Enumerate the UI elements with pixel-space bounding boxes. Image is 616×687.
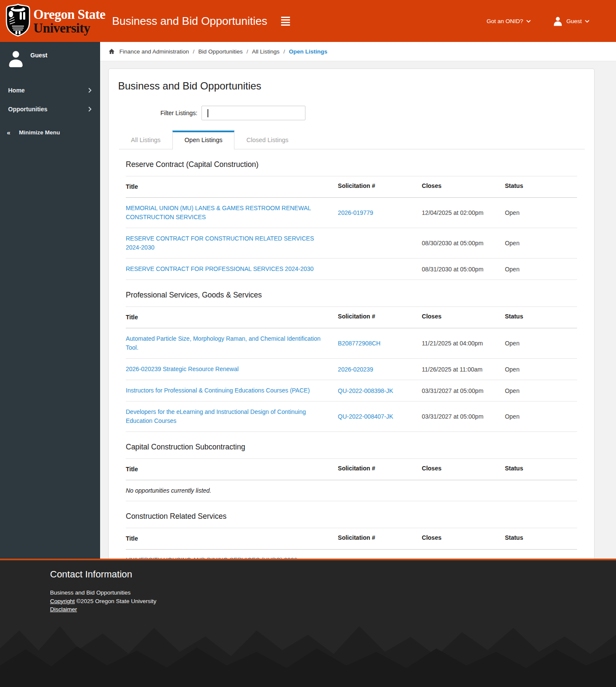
onid-label: Got an ONID? bbox=[486, 18, 523, 24]
chevron-right-icon bbox=[88, 107, 92, 112]
filter-input[interactable] bbox=[201, 106, 305, 120]
solicitation-cell: 2026-019779 bbox=[338, 209, 422, 216]
breadcrumb-link-bid-opportunities[interactable]: Bid Opportunities bbox=[198, 48, 243, 55]
closes-value: 08/30/2030 at 05:00pm bbox=[422, 240, 483, 247]
home-icon[interactable] bbox=[108, 48, 115, 55]
filter-row: Filter Listings: bbox=[160, 106, 594, 120]
listing-title-link[interactable]: RESERVE CONTRACT FOR CONSTRUCTION RELATE… bbox=[126, 235, 314, 251]
footer-content: Contact Information Business and Bid Opp… bbox=[0, 560, 616, 614]
table-header-row: TitleSolicitation #ClosesStatus bbox=[126, 306, 577, 328]
column-header-solicitation: Solicitation # bbox=[338, 182, 422, 191]
hamburger-icon[interactable] bbox=[278, 14, 293, 28]
solicitation-link[interactable]: B208772908CH bbox=[338, 340, 381, 347]
listing-title-link[interactable]: Developers for the eLearning and Instruc… bbox=[126, 408, 306, 424]
listing-title-link[interactable]: 2026-020239 Strategic Resource Renewal bbox=[126, 366, 239, 372]
tab-closed-listings[interactable]: Closed Listings bbox=[234, 131, 300, 149]
listing-title-link[interactable]: Instructors for Professional & Continuin… bbox=[126, 387, 310, 394]
status-cell: Open bbox=[505, 266, 577, 273]
breadcrumb-current: Open Listings bbox=[289, 48, 327, 55]
table-header-row: TitleSolicitation #ClosesStatus bbox=[126, 458, 577, 480]
section-reserve-contract-capital-construction: Reserve Contract (Capital Construction)T… bbox=[126, 160, 577, 280]
section-professional-services-goods-services: Professional Services, Goods & ServicesT… bbox=[126, 291, 577, 432]
listing-sections: Reserve Contract (Capital Construction)T… bbox=[109, 160, 594, 580]
column-header-status: Status bbox=[505, 182, 577, 191]
solicitation-link[interactable]: QU-2022-008398-JK bbox=[338, 387, 393, 394]
logo-oregon-state: Oregon State bbox=[33, 8, 105, 21]
breadcrumb-link-all-listings[interactable]: All Listings bbox=[252, 48, 280, 55]
title-cell: RESERVE CONTRACT FOR CONSTRUCTION RELATE… bbox=[126, 234, 338, 252]
closes-cell: 08/30/2030 at 05:00pm bbox=[422, 240, 505, 247]
onid-dropdown[interactable]: Got an ONID? bbox=[486, 18, 531, 24]
breadcrumb-separator: / bbox=[283, 48, 285, 55]
breadcrumb-separator: / bbox=[246, 48, 248, 55]
table-row: Developers for the eLearning and Instruc… bbox=[126, 401, 577, 432]
closes-cell: 03/31/2027 at 05:00pm bbox=[422, 387, 505, 394]
breadcrumb: Finance and Administration/Bid Opportuni… bbox=[100, 42, 616, 61]
status-value: Open bbox=[505, 387, 519, 394]
status-value: Open bbox=[505, 266, 519, 273]
breadcrumb-items: Finance and Administration/Bid Opportuni… bbox=[119, 48, 327, 55]
section-heading: Professional Services, Goods & Services bbox=[126, 291, 577, 300]
listing-tabs: All ListingsOpen ListingsClosed Listings bbox=[119, 131, 585, 149]
status-value: Open bbox=[505, 340, 519, 347]
chevron-down-icon bbox=[585, 20, 589, 23]
person-icon bbox=[552, 15, 563, 27]
sidebar-item-label: Home bbox=[8, 87, 25, 94]
copyright-link[interactable]: Copyright bbox=[50, 598, 75, 604]
minimize-menu-button[interactable]: « Minimize Menu bbox=[0, 129, 100, 136]
table-row: Instructors for Professional & Continuin… bbox=[126, 380, 577, 401]
solicitation-cell: QU-2022-008407-JK bbox=[338, 413, 422, 420]
solicitation-link[interactable]: QU-2022-008407-JK bbox=[338, 413, 393, 420]
listing-title-link[interactable]: MEMORIAL UNION (MU) LANES & GAMES RESTRO… bbox=[126, 205, 311, 220]
column-header-title: Title bbox=[126, 534, 338, 543]
solicitation-link[interactable]: 2026-020239 bbox=[338, 366, 373, 373]
solicitation-link[interactable]: 2026-019779 bbox=[338, 209, 373, 216]
contact-information-heading: Contact Information bbox=[50, 569, 616, 580]
table-row: 2026-020239 Strategic Resource Renewal20… bbox=[126, 359, 577, 380]
status-value: Open bbox=[505, 240, 519, 247]
empty-message: No opportunities currently listed. bbox=[126, 480, 577, 501]
section-heading: Reserve Contract (Capital Construction) bbox=[126, 160, 577, 169]
table-header-row: TitleSolicitation #ClosesStatus bbox=[126, 176, 577, 198]
tab-open-listings[interactable]: Open Listings bbox=[172, 131, 234, 149]
page-title: Business and Bid Opportunities bbox=[118, 80, 594, 92]
sidebar-item-home[interactable]: Home bbox=[0, 81, 100, 100]
user-dropdown[interactable]: Guest bbox=[552, 15, 589, 27]
sidebar: Guest HomeOpportunities « Minimize Menu bbox=[0, 42, 100, 559]
tab-all-listings[interactable]: All Listings bbox=[119, 131, 172, 149]
table-row: Automated Particle Size, Morphology Rama… bbox=[126, 328, 577, 359]
disclaimer-link[interactable]: Disclaimer bbox=[50, 606, 77, 613]
closes-cell: 11/21/2025 at 04:00pm bbox=[422, 340, 505, 347]
footer-disclaimer-line: Disclaimer bbox=[50, 605, 616, 614]
section-capital-construction-subcontracting: Capital Construction SubcontractingTitle… bbox=[126, 443, 577, 501]
section-heading: Construction Related Services bbox=[126, 512, 577, 521]
osu-logo[interactable]: Oregon State University bbox=[0, 3, 108, 39]
closes-value: 03/31/2027 at 05:00pm bbox=[422, 413, 483, 420]
column-header-closes: Closes bbox=[422, 182, 505, 191]
sidebar-user: Guest bbox=[0, 42, 100, 69]
breadcrumb-separator: / bbox=[193, 48, 195, 55]
listing-title-link[interactable]: Automated Particle Size, Morphology Rama… bbox=[126, 335, 320, 351]
table-header-row: TitleSolicitation #ClosesStatus bbox=[126, 528, 577, 550]
column-header-title: Title bbox=[126, 313, 338, 322]
header-right: Got an ONID? Guest bbox=[486, 15, 616, 27]
main-content: Business and Bid Opportunities Filter Li… bbox=[100, 61, 616, 559]
sidebar-item-opportunities[interactable]: Opportunities bbox=[0, 100, 100, 119]
closes-cell: 08/31/2030 at 05:00pm bbox=[422, 266, 505, 273]
breadcrumb-link-finance-and-administration[interactable]: Finance and Administration bbox=[119, 48, 189, 55]
column-header-status: Status bbox=[505, 313, 577, 322]
person-icon bbox=[7, 48, 24, 69]
chevron-down-icon bbox=[526, 20, 531, 23]
sidebar-item-label: Opportunities bbox=[8, 106, 47, 113]
closes-value: 11/26/2025 at 11:00am bbox=[422, 366, 483, 373]
footer-copyright-line: Copyright ©2025 Oregon State University bbox=[50, 597, 616, 606]
solicitation-cell: B208772908CH bbox=[338, 340, 422, 347]
column-header-solicitation: Solicitation # bbox=[338, 465, 422, 474]
sidebar-user-label: Guest bbox=[30, 52, 47, 59]
column-header-title: Title bbox=[126, 465, 338, 474]
closes-value: 03/31/2027 at 05:00pm bbox=[422, 387, 483, 394]
status-cell: Open bbox=[505, 340, 577, 347]
listing-title-link[interactable]: RESERVE CONTRACT FOR PROFESSIONAL SERVIC… bbox=[126, 265, 314, 272]
title-cell: 2026-020239 Strategic Resource Renewal bbox=[126, 365, 338, 374]
title-cell: MEMORIAL UNION (MU) LANES & GAMES RESTRO… bbox=[126, 204, 338, 222]
